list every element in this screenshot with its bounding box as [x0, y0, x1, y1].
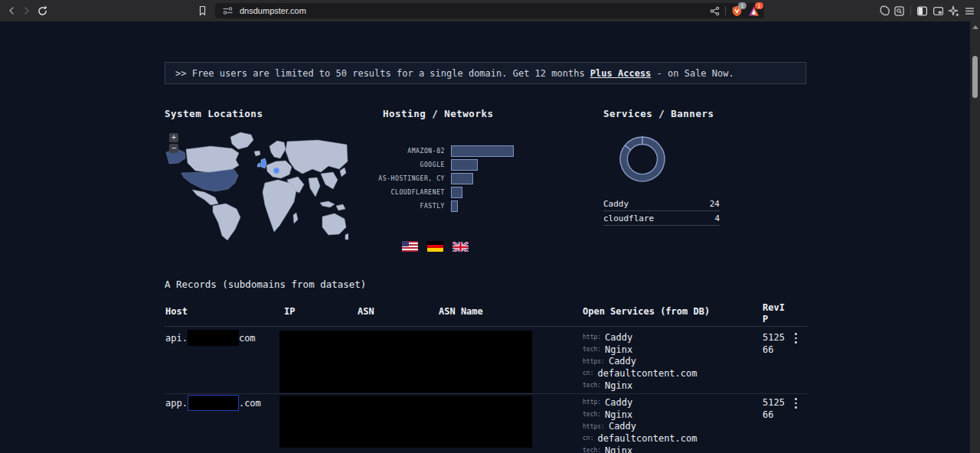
service-protocol-label: https: — [583, 423, 605, 430]
service-name: Caddy — [609, 421, 636, 432]
bar-label: CLOUDFLARENET — [329, 189, 451, 196]
address-bar[interactable]: dnsdumpster.com 1 — [215, 3, 764, 18]
service-name: Nginx — [605, 445, 632, 453]
table-header-divider — [165, 326, 808, 327]
ip-asn-redaction-box — [279, 331, 532, 393]
extensions-icon — [880, 6, 889, 15]
menu-button[interactable] — [962, 3, 977, 18]
service-name: Caddy — [605, 332, 632, 343]
bar-row: FASTLY — [329, 200, 514, 212]
map-madagascar — [293, 213, 298, 223]
legend-row: Caddy24 — [603, 197, 720, 211]
map-usa-highlight — [181, 169, 238, 191]
world-map-svg — [165, 129, 348, 243]
service-protocol-label: tech: — [583, 346, 601, 353]
col-header-revip: RevIP — [763, 302, 787, 325]
forward-button[interactable] — [19, 3, 34, 18]
browser-toolbar: dnsdumpster.com 1 — [0, 0, 980, 21]
col-header-host: Host — [165, 306, 188, 317]
map-canada — [186, 146, 239, 173]
host-suffix: com — [239, 333, 256, 344]
triangle-badge-count: 1 — [755, 2, 763, 9]
service-line: cn:defaultcontent.com — [583, 367, 697, 380]
page-content: >> Free users are limited to 50 results … — [0, 21, 980, 453]
table-row-divider — [165, 393, 808, 394]
triangle-extension-button[interactable]: 1 — [748, 5, 760, 17]
bar — [451, 145, 514, 157]
ip-asn-redaction-box — [279, 396, 532, 448]
scrollbar-thumb[interactable] — [972, 56, 978, 98]
map-scandinavia — [270, 141, 286, 158]
url-text[interactable]: dnsdumpster.com — [240, 6, 306, 15]
scrollbar-up-arrow-icon[interactable] — [972, 25, 978, 29]
map-greenland — [230, 132, 253, 149]
sidebar-toggle-button[interactable] — [914, 3, 929, 18]
find-in-page-icon — [893, 5, 905, 17]
bar-label: AS-HOSTINGER, CY — [329, 175, 451, 182]
service-protocol-label: https: — [583, 358, 605, 365]
row-menu-button[interactable] — [793, 396, 799, 410]
bar-row: AS-HOSTINGER, CY — [329, 173, 514, 184]
map-uk-highlight — [261, 158, 266, 168]
bar — [451, 200, 458, 212]
bar-row: AMAZON-02 — [329, 145, 514, 157]
legend-name: Caddy — [603, 199, 629, 209]
back-icon — [10, 8, 13, 14]
shield-badge-count: 1 — [738, 2, 746, 9]
site-permissions-icon[interactable] — [222, 5, 234, 16]
service-name: Nginx — [605, 409, 632, 420]
services-legend: Caddy24cloudflare4 — [603, 197, 720, 226]
col-header-asn: ASN — [358, 306, 374, 317]
donut-segment-cloudflare — [625, 137, 642, 150]
row-menu-button[interactable] — [793, 331, 799, 345]
reload-button[interactable] — [34, 3, 50, 18]
world-map[interactable]: + − — [165, 129, 348, 243]
plus-access-banner: >> Free users are limited to 50 results … — [165, 62, 806, 84]
map-zoom-out-button[interactable]: − — [169, 144, 178, 153]
map-zoom-in-button[interactable]: + — [169, 133, 178, 142]
host-prefix: app. — [165, 398, 188, 409]
ai-assistant-button[interactable] — [946, 3, 961, 18]
extensions-button[interactable] — [876, 3, 891, 18]
service-name: defaultcontent.com — [597, 433, 697, 444]
bar-label: GOOGLE — [329, 161, 451, 168]
banner-text-suffix: - on Sale Now. — [651, 68, 733, 79]
flag-de-icon — [427, 241, 443, 252]
service-line: tech:Nginx — [583, 445, 697, 453]
toolbar-separator — [910, 6, 911, 15]
urlbar-separator — [725, 6, 726, 15]
service-protocol-label: cn: — [583, 370, 593, 376]
sparkle-plus-icon — [948, 5, 959, 17]
map-south-america — [213, 204, 240, 240]
service-line: http:Caddy — [583, 331, 697, 344]
map-new-zealand — [345, 233, 348, 240]
map-germany-marker — [273, 168, 279, 174]
services-banners-title: Services / Banners — [603, 108, 714, 119]
host-suffix: .com — [239, 398, 261, 409]
bar-row: CLOUDFLARENET — [329, 187, 514, 198]
share-icon[interactable] — [710, 6, 720, 16]
banner-text-prefix: >> Free users are limited to 50 results … — [175, 68, 590, 79]
legend-value: 24 — [710, 199, 720, 209]
bookmark-button[interactable] — [194, 3, 210, 18]
service-protocol-label: tech: — [583, 447, 601, 453]
hamburger-icon — [964, 5, 975, 17]
revip-value: 66 — [763, 409, 785, 421]
bookmark-icon — [200, 7, 204, 15]
panel-button[interactable] — [930, 3, 946, 18]
sidebar-toggle-icon — [916, 5, 928, 17]
flag-uk-icon — [452, 241, 469, 252]
service-protocol-label: tech: — [583, 382, 601, 389]
map-ireland-highlight — [257, 163, 260, 167]
plus-access-link[interactable]: Plus Access — [590, 68, 651, 79]
bar — [451, 159, 478, 171]
shield-extension-button[interactable]: 1 — [731, 5, 743, 17]
find-in-page-button[interactable] — [891, 3, 906, 18]
page-scrollbar[interactable] — [970, 21, 980, 453]
map-mexico — [192, 190, 218, 205]
service-name: Caddy — [605, 397, 632, 408]
bar-label: AMAZON-02 — [329, 148, 451, 155]
host-prefix: api. — [165, 333, 188, 344]
back-button[interactable] — [4, 3, 19, 18]
service-protocol-label: http: — [583, 399, 601, 406]
